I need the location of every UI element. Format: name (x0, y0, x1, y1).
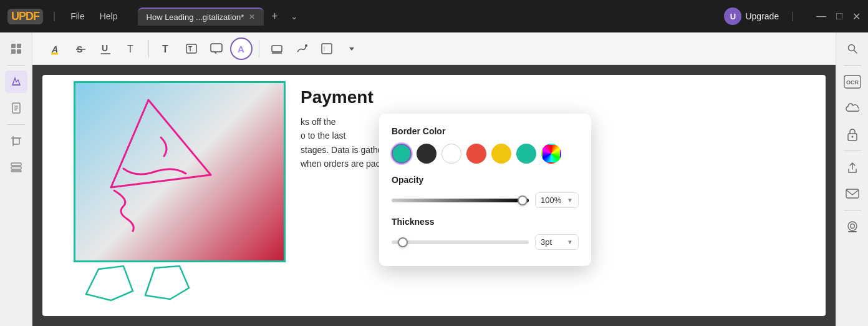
shape-tool-button[interactable] (316, 37, 338, 60)
svg-rect-1 (17, 44, 21, 48)
border-color-popup: Border Color (379, 114, 591, 266)
image-box (74, 81, 286, 262)
svg-rect-39 (846, 189, 859, 198)
svg-marker-32 (349, 47, 354, 51)
svg-text:A: A (238, 44, 244, 54)
border-color-label: Border Color (392, 126, 579, 136)
active-tab[interactable]: How Leading ...gitalization* ✕ (138, 7, 264, 26)
svg-rect-31 (322, 44, 332, 54)
highlight-tool-button[interactable]: A (45, 37, 67, 60)
content-area: A S U T T T (32, 32, 836, 326)
comment-tool-button[interactable] (205, 37, 228, 60)
right-cloud-icon[interactable] (841, 97, 864, 119)
svg-rect-2 (11, 49, 16, 54)
sidebar-icon-organize[interactable] (5, 156, 27, 179)
payment-title: Payment (301, 87, 811, 107)
close-button[interactable]: ✕ (852, 11, 861, 22)
main-area: A S U T T T (0, 32, 868, 326)
right-stamp-icon[interactable] (841, 215, 864, 238)
svg-text:OCR: OCR (846, 79, 859, 86)
right-share-icon[interactable] (841, 156, 864, 179)
svg-rect-25 (211, 44, 222, 52)
tab-bar: How Leading ...gitalization* ✕ + ⌄ (138, 7, 720, 26)
svg-point-40 (848, 222, 857, 230)
tab-label: How Leading ...gitalization* (147, 12, 244, 22)
menu-help[interactable]: Help (95, 9, 123, 24)
sidebar-icon-annotate[interactable] (5, 71, 27, 93)
font-tool-button[interactable]: T (155, 37, 178, 60)
right-search-icon[interactable] (841, 37, 864, 60)
thickness-track (392, 240, 529, 244)
opacity-dropdown-arrow: ▼ (567, 197, 573, 204)
sidebar-divider-1 (7, 65, 25, 66)
image-background (75, 83, 284, 260)
pdf-area: Payment ks off the o to the last stages.… (32, 65, 836, 326)
color-tool-button[interactable]: A (230, 37, 253, 60)
opacity-value: 100% (541, 195, 561, 205)
upgrade-button[interactable]: U Upgrade (724, 7, 779, 25)
opacity-track (392, 199, 529, 202)
text-box-tool-button[interactable]: T (180, 37, 203, 60)
svg-rect-28 (272, 46, 282, 52)
tab-dropdown-arrow[interactable]: ⌄ (286, 9, 303, 24)
color-swatch-black[interactable] (417, 144, 436, 164)
svg-rect-9 (13, 138, 19, 144)
title-right-area: U Upgrade | — □ ✕ (724, 7, 861, 25)
svg-rect-13 (11, 167, 21, 169)
svg-marker-26 (214, 52, 216, 54)
thickness-value: 3pt (541, 237, 552, 247)
right-sep-2 (844, 151, 861, 151)
thickness-label: Thickness (392, 217, 579, 227)
opacity-slider-container[interactable] (392, 194, 529, 207)
thickness-slider-row: 3pt ▼ (392, 234, 579, 250)
teal-shapes (80, 257, 205, 307)
sidebar-icon-crop[interactable] (5, 130, 27, 152)
user-avatar: U (724, 7, 741, 25)
annotation-toolbar: A S U T T T (32, 32, 836, 65)
sidebar-icon-pages[interactable] (5, 97, 27, 119)
svg-point-30 (305, 44, 307, 47)
shape-dropdown-button[interactable] (340, 37, 363, 60)
title-separator: | (53, 11, 55, 22)
upgrade-label: Upgrade (745, 11, 779, 21)
app-logo: UPDF (7, 9, 43, 24)
color-swatch-row (392, 144, 579, 164)
color-swatch-red[interactable] (466, 144, 486, 164)
strikethrough-tool-button[interactable]: S (70, 37, 92, 60)
pdf-page: Payment ks off the o to the last stages.… (42, 75, 826, 316)
minimize-button[interactable]: — (816, 11, 826, 22)
color-swatch-white[interactable] (441, 144, 461, 164)
svg-rect-0 (11, 44, 16, 48)
right-sidebar: OCR (836, 32, 868, 326)
thickness-value-box[interactable]: 3pt ▼ (535, 234, 579, 250)
sidebar-icon-thumbnail[interactable] (5, 37, 27, 60)
text-tool-button[interactable]: T (120, 37, 142, 60)
tab-close-button[interactable]: ✕ (249, 12, 255, 21)
svg-text:T: T (188, 46, 192, 52)
underline-tool-button[interactable]: U (95, 37, 117, 60)
stamp-tool-button[interactable] (266, 37, 288, 60)
payment-prefix: P (301, 87, 312, 107)
menu-file[interactable]: File (65, 9, 90, 24)
sidebar-divider-2 (7, 124, 25, 125)
right-lock-icon[interactable] (841, 123, 864, 146)
color-swatch-rainbow[interactable] (541, 144, 561, 164)
thickness-slider-container[interactable] (392, 236, 529, 249)
right-email-icon[interactable] (841, 182, 864, 205)
svg-point-38 (851, 136, 853, 138)
color-swatch-yellow[interactable] (491, 144, 511, 164)
opacity-value-box[interactable]: 100% ▼ (535, 192, 579, 208)
color-swatch-teal2[interactable] (516, 144, 536, 164)
draw-tool-button[interactable] (291, 37, 313, 60)
maximize-button[interactable]: □ (836, 11, 842, 22)
right-ocr-icon[interactable]: OCR (841, 71, 864, 93)
toolbar-sep-1 (148, 40, 149, 57)
new-tab-button[interactable]: + (266, 9, 283, 24)
color-swatch-teal[interactable] (392, 144, 412, 164)
right-sep-3 (844, 210, 861, 210)
thickness-thumb[interactable] (398, 237, 408, 247)
opacity-thumb[interactable] (518, 195, 528, 205)
svg-text:T: T (127, 44, 133, 54)
svg-line-34 (854, 51, 857, 54)
right-sep-1 (844, 65, 861, 66)
